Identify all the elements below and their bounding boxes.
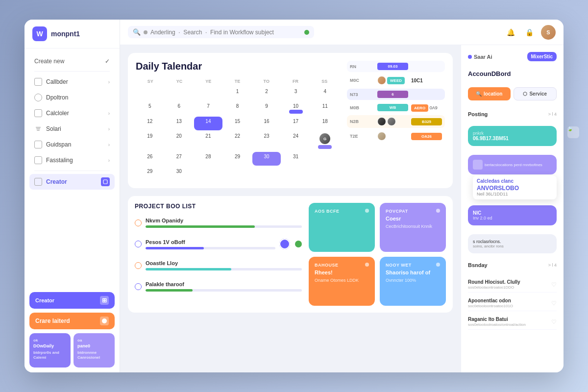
cell-1[interactable]: 1 bbox=[223, 87, 252, 100]
time-5: T2E bbox=[350, 134, 374, 139]
bookmark-icon-2[interactable]: ♡ bbox=[551, 318, 557, 325]
cell-24[interactable]: 24 bbox=[282, 131, 310, 151]
widget2-label: oa bbox=[77, 338, 111, 343]
sidebar-item-calcloler[interactable]: Calcloler › bbox=[29, 106, 115, 121]
cell-4[interactable]: 4 bbox=[311, 87, 339, 100]
card-desc-3: Ovnncter 100% bbox=[386, 277, 440, 284]
cell-29[interactable]: 29 bbox=[223, 152, 252, 166]
posting-card-0[interactable]: pnkrk 06.9B17.3BM51 🍃 bbox=[468, 126, 557, 146]
cell-12[interactable]: 12 bbox=[136, 117, 164, 130]
cell-extra-29[interactable]: 29 bbox=[136, 167, 164, 180]
cell-9[interactable]: 9 bbox=[252, 101, 281, 116]
cell-16[interactable]: 16 bbox=[252, 117, 281, 130]
cell-6[interactable]: 6 bbox=[165, 101, 194, 116]
cell-empty-end[interactable] bbox=[311, 152, 339, 166]
posting-card-1[interactable]: berlacslocations perd rnnrbofines bbox=[468, 155, 557, 174]
bookmark-icon-1[interactable]: ♡ bbox=[551, 300, 557, 307]
task-fill-1 bbox=[146, 247, 204, 249]
cell-5[interactable]: 5 bbox=[136, 101, 164, 116]
notification-icon[interactable]: 🔔 bbox=[504, 25, 517, 39]
cell-20[interactable]: 20 bbox=[165, 131, 194, 151]
search-input[interactable] bbox=[150, 29, 301, 36]
cell-30[interactable]: 30 bbox=[252, 152, 281, 166]
cell-10[interactable]: 10 bbox=[282, 101, 310, 116]
cell-empty-1[interactable] bbox=[136, 87, 164, 100]
project-card-2[interactable]: BAHOUSE Rhees! Oname Otomes LDDK bbox=[309, 257, 375, 306]
chevron-right-icon-3: › bbox=[108, 126, 110, 132]
sidebar-item-callbder[interactable]: Callbder › bbox=[29, 74, 115, 89]
cell-extra-30[interactable]: 30 bbox=[165, 167, 194, 180]
sidebar-item-fasstaling[interactable]: Fasstaling › bbox=[29, 153, 115, 168]
cell-23[interactable]: 23 bbox=[252, 131, 281, 151]
posting-card-2[interactable]: NIC Inv 2.0 ed bbox=[468, 205, 557, 225]
cell-2[interactable]: 2 bbox=[252, 87, 281, 100]
cell-extra-e2[interactable] bbox=[223, 167, 252, 180]
calendar-week-2: 5 6 7 8 9 10 11 bbox=[136, 101, 339, 116]
bookmark-icon-0[interactable]: ♡ bbox=[551, 281, 557, 288]
search-icon: 🔍 bbox=[133, 28, 141, 36]
task-progress-0 bbox=[146, 225, 302, 228]
cell-extra-e3[interactable] bbox=[252, 167, 281, 180]
sidebar-item-solari[interactable]: Solari › bbox=[29, 122, 115, 136]
project-card-0[interactable]: AOS BCFE bbox=[309, 203, 375, 252]
widget-pane0[interactable]: oa pane0 bidronnne Canrosionel bbox=[74, 333, 115, 368]
widget-dowdaily[interactable]: ok DOwDaily bidrpsr0s and Calemi bbox=[29, 333, 71, 368]
cell-19[interactable]: 19 bbox=[136, 131, 164, 151]
badge-5: OA26 bbox=[411, 133, 442, 140]
task-check-0[interactable] bbox=[135, 220, 142, 226]
location-button[interactable]: 🔍 location bbox=[468, 87, 511, 100]
service-button[interactable]: ⬡ Service bbox=[514, 87, 557, 100]
location-label: location bbox=[484, 91, 502, 97]
cell-8[interactable]: 8 bbox=[223, 101, 252, 116]
cell-31[interactable]: 31 bbox=[282, 152, 310, 166]
cell-26[interactable]: 26 bbox=[136, 152, 164, 166]
create-task-button[interactable]: Creator ⊞ bbox=[29, 292, 115, 309]
search-bar[interactable]: 🔍 bbox=[128, 26, 314, 38]
chevron-right-icon-5: › bbox=[108, 158, 110, 163]
sidebar-item-guidspan[interactable]: Guidspan › bbox=[29, 137, 115, 152]
cell-empty-3[interactable] bbox=[194, 87, 222, 100]
cell-21[interactable]: 21 bbox=[194, 131, 222, 151]
cell-17[interactable]: 17 bbox=[282, 117, 310, 130]
sidebar-widgets: ok DOwDaily bidrpsr0s and Calemi oa pane… bbox=[29, 333, 115, 368]
cell-25[interactable]: G bbox=[311, 131, 339, 151]
cell-extra-e5[interactable] bbox=[311, 167, 339, 180]
cell-28[interactable]: 28 bbox=[194, 152, 222, 166]
chevron-right-icon-2: › bbox=[108, 111, 110, 116]
main-content: 🔍 🔔 🔒 S Daily Talendar bbox=[120, 20, 564, 372]
cell-today[interactable]: 14 bbox=[194, 117, 222, 130]
cell-22[interactable]: 22 bbox=[223, 131, 252, 151]
cell-extra-e1[interactable] bbox=[194, 167, 222, 180]
chevron-right-icon-4: › bbox=[108, 142, 110, 147]
task-check-1[interactable] bbox=[135, 241, 142, 247]
task-check-3[interactable] bbox=[135, 283, 142, 290]
cell-empty-2[interactable] bbox=[165, 87, 194, 100]
project-card-3[interactable]: NOOY WET Shaoriso harof of Ovnncter 100% bbox=[380, 257, 446, 306]
cell-27[interactable]: 27 bbox=[165, 152, 194, 166]
cell-3[interactable]: 3 bbox=[282, 87, 310, 100]
cell-extra-e4[interactable] bbox=[282, 167, 310, 180]
day-sy: SY bbox=[136, 78, 165, 85]
lock-icon[interactable]: 🔒 bbox=[522, 25, 536, 39]
task-name-2: Ooastle Lloy bbox=[146, 260, 302, 266]
sidebar-label-solari: Solari bbox=[46, 125, 61, 132]
cell-15[interactable]: 15 bbox=[223, 117, 252, 130]
task-check-2[interactable] bbox=[135, 262, 142, 269]
posting-card-3[interactable]: s roclasrlocns. soins, ancibr rons bbox=[468, 234, 557, 253]
sidebar-item-dpoltron[interactable]: Dpoltron bbox=[29, 90, 115, 105]
right-panel-toprow: Saar Ai MixerStic bbox=[468, 52, 557, 61]
create-new-btn[interactable]: Create new ✓ bbox=[29, 54, 115, 68]
project-card-1[interactable]: POVCPAT Coesr CecBrichitoonsuit Knnik bbox=[380, 203, 446, 252]
user-avatar[interactable]: S bbox=[541, 25, 556, 40]
cell-7[interactable]: 7 bbox=[194, 101, 222, 116]
cell-18[interactable]: 18 bbox=[311, 117, 339, 130]
time-1: M0C bbox=[350, 78, 374, 83]
create-calendar-button[interactable]: Crare laiterd bbox=[29, 313, 115, 329]
task-name-1: Pesos 1V oBoff bbox=[146, 239, 275, 245]
schedule-row-1: M0C WEED 10C1 bbox=[347, 74, 445, 87]
cell-11[interactable]: 11 bbox=[311, 101, 339, 116]
cell-13[interactable]: 13 bbox=[165, 117, 194, 130]
sidebar-item-creator[interactable]: Creator bbox=[29, 174, 115, 190]
mixerstic-button[interactable]: MixerStic bbox=[527, 52, 557, 61]
toggle-icon bbox=[100, 317, 109, 325]
